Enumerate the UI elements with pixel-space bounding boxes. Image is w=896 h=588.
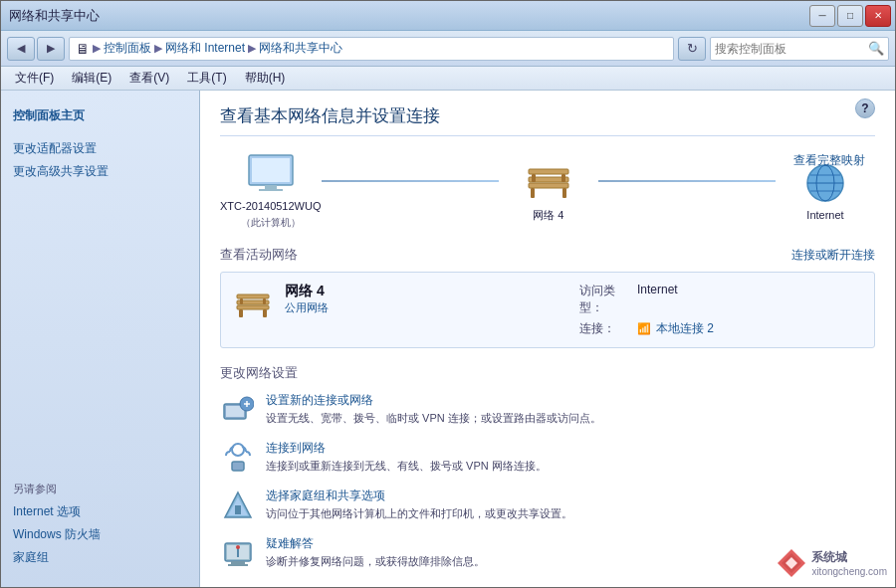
settings-item-1-desc: 设置无线、宽带、拨号、临时或 VPN 连接；或设置路由器或访问点。 — [266, 411, 875, 426]
connection-row: 连接： 📶 本地连接 2 — [579, 320, 860, 337]
menu-help[interactable]: 帮助(H) — [237, 68, 294, 89]
active-net-icon — [235, 285, 271, 328]
sidebar-also-title: 另请参阅 — [13, 482, 187, 496]
svg-rect-29 — [232, 462, 244, 471]
connect-disconnect-link[interactable]: 连接或断开连接 — [791, 247, 875, 264]
net-line-1 — [322, 180, 499, 182]
menu-bar: 文件(F) 编辑(E) 查看(V) 工具(T) 帮助(H) — [1, 67, 895, 91]
restore-button[interactable]: □ — [837, 5, 863, 27]
active-network-header: 查看活动网络 连接或断开连接 — [220, 246, 875, 264]
svg-rect-6 — [531, 188, 535, 198]
svg-rect-20 — [237, 294, 269, 298]
sidebar-item-advanced-sharing[interactable]: 更改高级共享设置 — [13, 160, 187, 183]
breadcrumb-internet[interactable]: 网络和 Internet — [165, 40, 245, 57]
active-net-type[interactable]: 公用网络 — [285, 301, 329, 313]
close-button[interactable]: ✕ — [865, 5, 891, 27]
settings-icon-2 — [220, 440, 256, 476]
settings-item-2-content: 连接到网络 连接到或重新连接到无线、有线、拨号或 VPN 网络连接。 — [266, 440, 875, 474]
window-controls: ─ □ ✕ — [809, 5, 891, 27]
settings-item-2: 连接到网络 连接到或重新连接到无线、有线、拨号或 VPN 网络连接。 — [220, 440, 875, 476]
net-node-internet: Internet — [776, 161, 875, 221]
sidebar: 控制面板主页 更改适配器设置 更改高级共享设置 另请参阅 Internet 选项… — [1, 91, 200, 587]
net-node-computer-sublabel: （此计算机） — [241, 216, 301, 230]
back-button[interactable]: ◀ — [7, 37, 35, 61]
svg-rect-2 — [265, 185, 277, 189]
settings-section-title: 更改网络设置 — [220, 364, 875, 382]
content-area: 控制面板主页 更改适配器设置 更改高级共享设置 另请参阅 Internet 选项… — [1, 91, 895, 587]
menu-edit[interactable]: 编辑(E) — [64, 68, 119, 89]
help-button[interactable]: ? — [855, 98, 875, 118]
watermark-site: 系统城 — [811, 549, 887, 566]
svg-rect-19 — [263, 309, 267, 317]
access-type-row: 访问类型： Internet — [579, 283, 860, 316]
svg-rect-35 — [231, 561, 245, 564]
window-title: 网络和共享中心 — [9, 7, 100, 25]
svg-rect-21 — [240, 298, 243, 304]
access-type-value: Internet — [637, 283, 678, 316]
sidebar-item-internet-options[interactable]: Internet 选项 — [13, 500, 187, 523]
view-full-map-link[interactable]: 查看完整映射 — [793, 152, 865, 169]
menu-file[interactable]: 文件(F) — [7, 68, 62, 89]
sidebar-item-homegroup[interactable]: 家庭组 — [13, 546, 187, 569]
sidebar-item-cpanel-home[interactable]: 控制面板主页 — [13, 104, 187, 127]
minimize-button[interactable]: ─ — [809, 5, 835, 27]
search-input[interactable] — [715, 42, 868, 56]
svg-rect-22 — [263, 298, 266, 304]
title-bar-left: 网络和共享中心 — [5, 7, 100, 25]
settings-item-3-content: 选择家庭组和共享选项 访问位于其他网络计算机上的文件和打印机，或更改共享设置。 — [266, 488, 875, 521]
active-network-box: 网络 4 公用网络 访问类型： Internet 连接： 📶 本地连接 2 — [220, 272, 875, 348]
settings-item-3-title[interactable]: 选择家庭组和共享选项 — [266, 489, 385, 502]
active-network-title: 查看活动网络 — [220, 246, 298, 264]
connection-label: 连接： — [579, 320, 629, 337]
connection-value[interactable]: 本地连接 2 — [656, 320, 714, 337]
svg-rect-32 — [235, 505, 241, 514]
watermark-text: 系统城 xitongcheng.com — [811, 549, 887, 577]
search-bar: 🔍 — [710, 37, 889, 61]
settings-icon-3 — [220, 488, 256, 523]
svg-rect-3 — [259, 189, 283, 191]
svg-rect-17 — [237, 305, 269, 309]
menu-view[interactable]: 查看(V) — [121, 68, 177, 89]
active-net-info: 网络 4 公用网络 — [285, 283, 565, 315]
address-bar: ◀ ▶ 🖥 ▶ 控制面板 ▶ 网络和 Internet ▶ 网络和共享中心 ↻ … — [1, 31, 895, 67]
svg-rect-5 — [529, 183, 568, 188]
net-node-network-label: 网络 4 — [533, 208, 563, 223]
page-title: 查看基本网络信息并设置连接 — [220, 104, 875, 136]
net-node-computer-label: XTC-20140512WUQ — [220, 200, 322, 212]
computer-icon — [243, 152, 299, 196]
main-window: 网络和共享中心 ─ □ ✕ ◀ ▶ 🖥 ▶ 控制面板 ▶ 网络和 Interne… — [0, 0, 896, 588]
sidebar-item-firewall[interactable]: Windows 防火墙 — [13, 523, 187, 546]
search-icon[interactable]: 🔍 — [868, 41, 884, 56]
svg-point-38 — [236, 545, 240, 549]
refresh-button[interactable]: ↻ — [678, 37, 706, 61]
sidebar-item-adapter-settings[interactable]: 更改适配器设置 — [13, 137, 187, 160]
network-icon — [521, 160, 576, 204]
title-bar: 网络和共享中心 ─ □ ✕ — [1, 1, 895, 31]
svg-rect-7 — [562, 188, 566, 198]
breadcrumb-icon: 🖥 — [76, 41, 90, 57]
main-panel: ? 查看基本网络信息并设置连接 — [200, 91, 895, 587]
main-inner: ? 查看基本网络信息并设置连接 — [200, 91, 895, 587]
settings-item-2-title[interactable]: 连接到网络 — [266, 441, 326, 455]
sidebar-main-section: 控制面板主页 更改适配器设置 更改高级共享设置 — [1, 100, 199, 187]
settings-icon-4 — [220, 535, 256, 571]
svg-rect-1 — [252, 158, 290, 182]
net-node-internet-label: Internet — [806, 209, 843, 221]
settings-item-1: 设置新的连接或网络 设置无线、宽带、拨号、临时或 VPN 连接；或设置路由器或访… — [220, 392, 875, 428]
settings-item-1-title[interactable]: 设置新的连接或网络 — [266, 393, 373, 407]
settings-item-4-title[interactable]: 疑难解答 — [266, 536, 314, 550]
svg-rect-36 — [228, 564, 248, 566]
nav-buttons: ◀ ▶ — [7, 37, 65, 61]
settings-item-3: 选择家庭组和共享选项 访问位于其他网络计算机上的文件和打印机，或更改共享设置。 — [220, 488, 875, 523]
breadcrumb-cpanel[interactable]: 控制面板 — [104, 40, 151, 57]
menu-tools[interactable]: 工具(T) — [179, 68, 234, 89]
forward-button[interactable]: ▶ — [37, 37, 65, 61]
breadcrumb-current[interactable]: 网络和共享中心 — [259, 40, 342, 57]
svg-rect-18 — [239, 309, 243, 317]
svg-rect-8 — [529, 169, 568, 174]
watermark-url: xitongcheng.com — [811, 566, 887, 577]
active-net-details: 访问类型： Internet 连接： 📶 本地连接 2 — [579, 283, 860, 337]
connection-icon: 📶 — [637, 322, 651, 335]
breadcrumb-bar: 🖥 ▶ 控制面板 ▶ 网络和 Internet ▶ 网络和共享中心 — [69, 37, 674, 61]
network-diagram: XTC-20140512WUQ （此计算机） — [220, 152, 875, 230]
